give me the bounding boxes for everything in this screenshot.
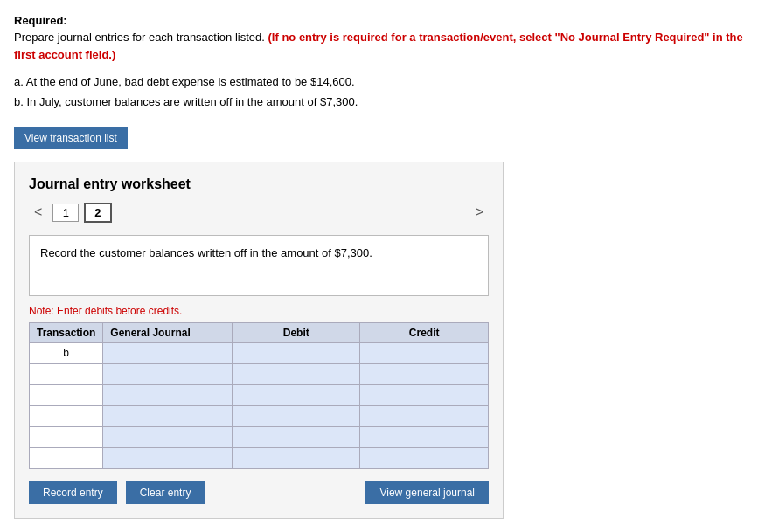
sub-instruction-a: a. At the end of June, bad debt expense … bbox=[14, 72, 744, 92]
table-row-debit-5[interactable] bbox=[233, 447, 360, 468]
journal-table: Transaction General Journal Debit Credit… bbox=[29, 322, 489, 469]
record-description: Record the customer balances written off… bbox=[29, 235, 489, 296]
table-row-general-journal-1[interactable] bbox=[103, 363, 233, 384]
debit-input-4[interactable] bbox=[233, 427, 359, 447]
table-row-transaction-1 bbox=[30, 363, 103, 384]
col-header-transaction: Transaction bbox=[30, 322, 103, 342]
bottom-buttons: Record entry Clear entry View general jo… bbox=[29, 481, 489, 504]
table-row-debit-4[interactable] bbox=[233, 426, 360, 447]
sub-instruction-b: b. In July, customer balances are writte… bbox=[14, 92, 744, 112]
required-label: Required: bbox=[14, 14, 744, 27]
debit-input-0[interactable] bbox=[233, 343, 359, 363]
view-general-journal-button[interactable]: View general journal bbox=[365, 481, 489, 504]
general-journal-input-4[interactable] bbox=[103, 427, 232, 447]
sub-instructions: a. At the end of June, bad debt expense … bbox=[14, 72, 744, 113]
table-row-credit-5[interactable] bbox=[360, 447, 489, 468]
table-row-credit-0[interactable] bbox=[360, 342, 489, 363]
table-row-debit-0[interactable] bbox=[233, 342, 360, 363]
next-tab-button[interactable]: > bbox=[470, 203, 489, 222]
col-header-credit: Credit bbox=[360, 322, 489, 342]
general-journal-input-3[interactable] bbox=[103, 406, 232, 426]
table-row-general-journal-3[interactable] bbox=[103, 405, 233, 426]
table-row-transaction-4 bbox=[30, 426, 103, 447]
credit-input-4[interactable] bbox=[360, 427, 488, 447]
general-journal-input-5[interactable] bbox=[103, 448, 232, 468]
credit-input-2[interactable] bbox=[360, 385, 488, 405]
prev-tab-button[interactable]: < bbox=[29, 203, 47, 222]
debit-input-1[interactable] bbox=[233, 364, 359, 384]
credit-input-0[interactable] bbox=[360, 343, 488, 363]
table-row-transaction-3 bbox=[30, 405, 103, 426]
worksheet-title: Journal entry worksheet bbox=[29, 176, 489, 192]
table-row-debit-3[interactable] bbox=[233, 405, 360, 426]
table-row-credit-1[interactable] bbox=[360, 363, 489, 384]
table-row-general-journal-4[interactable] bbox=[103, 426, 233, 447]
tab-navigation: < 1 2 > bbox=[29, 203, 489, 223]
table-row-general-journal-5[interactable] bbox=[103, 447, 233, 468]
general-journal-input-2[interactable] bbox=[103, 385, 232, 405]
table-row-debit-1[interactable] bbox=[233, 363, 360, 384]
debit-input-5[interactable] bbox=[233, 448, 359, 468]
journal-entry-worksheet: Journal entry worksheet < 1 2 > Record t… bbox=[14, 162, 504, 519]
col-header-general-journal: General Journal bbox=[103, 322, 233, 342]
instructions: Prepare journal entries for each transac… bbox=[14, 29, 744, 63]
debit-input-2[interactable] bbox=[233, 385, 359, 405]
tab-1[interactable]: 1 bbox=[52, 204, 79, 222]
credit-input-3[interactable] bbox=[360, 406, 488, 426]
table-row-credit-3[interactable] bbox=[360, 405, 489, 426]
table-row-credit-4[interactable] bbox=[360, 426, 489, 447]
clear-entry-button[interactable]: Clear entry bbox=[126, 481, 205, 504]
record-entry-button[interactable]: Record entry bbox=[29, 481, 117, 504]
table-row-transaction-5 bbox=[30, 447, 103, 468]
table-row-transaction-2 bbox=[30, 384, 103, 405]
general-journal-input-1[interactable] bbox=[103, 364, 232, 384]
credit-input-1[interactable] bbox=[360, 364, 488, 384]
general-journal-input-0[interactable] bbox=[103, 343, 232, 363]
table-row-general-journal-0[interactable] bbox=[103, 342, 233, 363]
tab-2[interactable]: 2 bbox=[84, 203, 111, 223]
view-transaction-list-button[interactable]: View transaction list bbox=[14, 127, 128, 149]
table-row-credit-2[interactable] bbox=[360, 384, 489, 405]
col-header-debit: Debit bbox=[233, 322, 360, 342]
table-row-debit-2[interactable] bbox=[233, 384, 360, 405]
table-row-transaction-0: b bbox=[30, 342, 103, 363]
instructions-normal: Prepare journal entries for each transac… bbox=[14, 31, 265, 44]
note-text: Note: Enter debits before credits. bbox=[29, 305, 489, 317]
debit-input-3[interactable] bbox=[233, 406, 359, 426]
table-row-general-journal-2[interactable] bbox=[103, 384, 233, 405]
credit-input-5[interactable] bbox=[360, 448, 488, 468]
